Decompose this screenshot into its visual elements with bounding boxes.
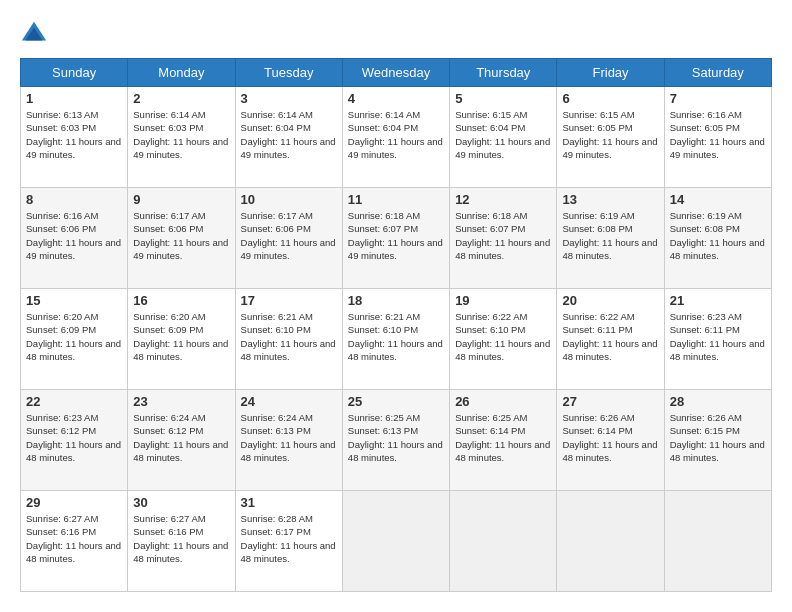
calendar-cell: 9 Sunrise: 6:17 AM Sunset: 6:06 PM Dayli… — [128, 188, 235, 289]
day-info: Sunrise: 6:22 AM Sunset: 6:10 PM Dayligh… — [455, 310, 551, 363]
page: SundayMondayTuesdayWednesdayThursdayFrid… — [0, 0, 792, 612]
day-number: 29 — [26, 495, 122, 510]
day-number: 1 — [26, 91, 122, 106]
day-number: 27 — [562, 394, 658, 409]
day-info: Sunrise: 6:13 AM Sunset: 6:03 PM Dayligh… — [26, 108, 122, 161]
day-info: Sunrise: 6:22 AM Sunset: 6:11 PM Dayligh… — [562, 310, 658, 363]
day-number: 16 — [133, 293, 229, 308]
day-info: Sunrise: 6:17 AM Sunset: 6:06 PM Dayligh… — [241, 209, 337, 262]
calendar-cell: 21 Sunrise: 6:23 AM Sunset: 6:11 PM Dayl… — [664, 289, 771, 390]
day-info: Sunrise: 6:16 AM Sunset: 6:06 PM Dayligh… — [26, 209, 122, 262]
calendar-cell: 31 Sunrise: 6:28 AM Sunset: 6:17 PM Dayl… — [235, 491, 342, 592]
day-info: Sunrise: 6:15 AM Sunset: 6:05 PM Dayligh… — [562, 108, 658, 161]
day-number: 31 — [241, 495, 337, 510]
day-number: 22 — [26, 394, 122, 409]
calendar-cell: 12 Sunrise: 6:18 AM Sunset: 6:07 PM Dayl… — [450, 188, 557, 289]
calendar-header-row: SundayMondayTuesdayWednesdayThursdayFrid… — [21, 59, 772, 87]
calendar-cell: 17 Sunrise: 6:21 AM Sunset: 6:10 PM Dayl… — [235, 289, 342, 390]
calendar-cell: 10 Sunrise: 6:17 AM Sunset: 6:06 PM Dayl… — [235, 188, 342, 289]
day-number: 8 — [26, 192, 122, 207]
day-number: 4 — [348, 91, 444, 106]
day-info: Sunrise: 6:14 AM Sunset: 6:03 PM Dayligh… — [133, 108, 229, 161]
calendar-cell: 15 Sunrise: 6:20 AM Sunset: 6:09 PM Dayl… — [21, 289, 128, 390]
day-info: Sunrise: 6:21 AM Sunset: 6:10 PM Dayligh… — [241, 310, 337, 363]
calendar-header-wednesday: Wednesday — [342, 59, 449, 87]
calendar-cell: 22 Sunrise: 6:23 AM Sunset: 6:12 PM Dayl… — [21, 390, 128, 491]
day-info: Sunrise: 6:19 AM Sunset: 6:08 PM Dayligh… — [562, 209, 658, 262]
calendar-cell — [664, 491, 771, 592]
day-number: 19 — [455, 293, 551, 308]
day-number: 2 — [133, 91, 229, 106]
calendar-cell: 2 Sunrise: 6:14 AM Sunset: 6:03 PM Dayli… — [128, 87, 235, 188]
day-number: 21 — [670, 293, 766, 308]
day-info: Sunrise: 6:16 AM Sunset: 6:05 PM Dayligh… — [670, 108, 766, 161]
calendar-cell — [450, 491, 557, 592]
day-number: 30 — [133, 495, 229, 510]
calendar-cell: 1 Sunrise: 6:13 AM Sunset: 6:03 PM Dayli… — [21, 87, 128, 188]
header — [20, 20, 772, 48]
calendar-cell: 4 Sunrise: 6:14 AM Sunset: 6:04 PM Dayli… — [342, 87, 449, 188]
day-info: Sunrise: 6:18 AM Sunset: 6:07 PM Dayligh… — [455, 209, 551, 262]
day-info: Sunrise: 6:15 AM Sunset: 6:04 PM Dayligh… — [455, 108, 551, 161]
day-info: Sunrise: 6:14 AM Sunset: 6:04 PM Dayligh… — [241, 108, 337, 161]
day-info: Sunrise: 6:19 AM Sunset: 6:08 PM Dayligh… — [670, 209, 766, 262]
day-number: 12 — [455, 192, 551, 207]
calendar-cell: 3 Sunrise: 6:14 AM Sunset: 6:04 PM Dayli… — [235, 87, 342, 188]
calendar-header-sunday: Sunday — [21, 59, 128, 87]
calendar-cell: 26 Sunrise: 6:25 AM Sunset: 6:14 PM Dayl… — [450, 390, 557, 491]
logo — [20, 20, 52, 48]
day-number: 15 — [26, 293, 122, 308]
calendar-cell — [342, 491, 449, 592]
day-number: 14 — [670, 192, 766, 207]
calendar-cell: 23 Sunrise: 6:24 AM Sunset: 6:12 PM Dayl… — [128, 390, 235, 491]
calendar-cell: 5 Sunrise: 6:15 AM Sunset: 6:04 PM Dayli… — [450, 87, 557, 188]
calendar-cell: 19 Sunrise: 6:22 AM Sunset: 6:10 PM Dayl… — [450, 289, 557, 390]
calendar-cell: 13 Sunrise: 6:19 AM Sunset: 6:08 PM Dayl… — [557, 188, 664, 289]
day-number: 26 — [455, 394, 551, 409]
day-info: Sunrise: 6:24 AM Sunset: 6:12 PM Dayligh… — [133, 411, 229, 464]
day-number: 5 — [455, 91, 551, 106]
calendar-header-monday: Monday — [128, 59, 235, 87]
calendar-cell: 28 Sunrise: 6:26 AM Sunset: 6:15 PM Dayl… — [664, 390, 771, 491]
calendar-cell: 14 Sunrise: 6:19 AM Sunset: 6:08 PM Dayl… — [664, 188, 771, 289]
day-number: 23 — [133, 394, 229, 409]
day-info: Sunrise: 6:23 AM Sunset: 6:11 PM Dayligh… — [670, 310, 766, 363]
day-number: 18 — [348, 293, 444, 308]
day-number: 28 — [670, 394, 766, 409]
day-info: Sunrise: 6:14 AM Sunset: 6:04 PM Dayligh… — [348, 108, 444, 161]
day-number: 3 — [241, 91, 337, 106]
day-number: 9 — [133, 192, 229, 207]
day-info: Sunrise: 6:21 AM Sunset: 6:10 PM Dayligh… — [348, 310, 444, 363]
day-number: 25 — [348, 394, 444, 409]
day-info: Sunrise: 6:20 AM Sunset: 6:09 PM Dayligh… — [133, 310, 229, 363]
day-info: Sunrise: 6:18 AM Sunset: 6:07 PM Dayligh… — [348, 209, 444, 262]
day-info: Sunrise: 6:27 AM Sunset: 6:16 PM Dayligh… — [133, 512, 229, 565]
calendar-cell: 16 Sunrise: 6:20 AM Sunset: 6:09 PM Dayl… — [128, 289, 235, 390]
calendar-cell: 7 Sunrise: 6:16 AM Sunset: 6:05 PM Dayli… — [664, 87, 771, 188]
day-info: Sunrise: 6:24 AM Sunset: 6:13 PM Dayligh… — [241, 411, 337, 464]
calendar-header-saturday: Saturday — [664, 59, 771, 87]
calendar-cell: 30 Sunrise: 6:27 AM Sunset: 6:16 PM Dayl… — [128, 491, 235, 592]
day-number: 13 — [562, 192, 658, 207]
day-number: 24 — [241, 394, 337, 409]
day-number: 10 — [241, 192, 337, 207]
calendar-cell: 6 Sunrise: 6:15 AM Sunset: 6:05 PM Dayli… — [557, 87, 664, 188]
calendar-week-3: 15 Sunrise: 6:20 AM Sunset: 6:09 PM Dayl… — [21, 289, 772, 390]
day-info: Sunrise: 6:28 AM Sunset: 6:17 PM Dayligh… — [241, 512, 337, 565]
calendar-week-4: 22 Sunrise: 6:23 AM Sunset: 6:12 PM Dayl… — [21, 390, 772, 491]
calendar-cell — [557, 491, 664, 592]
day-info: Sunrise: 6:17 AM Sunset: 6:06 PM Dayligh… — [133, 209, 229, 262]
calendar-cell: 11 Sunrise: 6:18 AM Sunset: 6:07 PM Dayl… — [342, 188, 449, 289]
calendar-week-5: 29 Sunrise: 6:27 AM Sunset: 6:16 PM Dayl… — [21, 491, 772, 592]
day-info: Sunrise: 6:23 AM Sunset: 6:12 PM Dayligh… — [26, 411, 122, 464]
calendar-cell: 20 Sunrise: 6:22 AM Sunset: 6:11 PM Dayl… — [557, 289, 664, 390]
day-info: Sunrise: 6:27 AM Sunset: 6:16 PM Dayligh… — [26, 512, 122, 565]
calendar-week-1: 1 Sunrise: 6:13 AM Sunset: 6:03 PM Dayli… — [21, 87, 772, 188]
logo-icon — [20, 20, 48, 48]
day-info: Sunrise: 6:26 AM Sunset: 6:15 PM Dayligh… — [670, 411, 766, 464]
day-info: Sunrise: 6:26 AM Sunset: 6:14 PM Dayligh… — [562, 411, 658, 464]
calendar-cell: 29 Sunrise: 6:27 AM Sunset: 6:16 PM Dayl… — [21, 491, 128, 592]
calendar-header-tuesday: Tuesday — [235, 59, 342, 87]
day-info: Sunrise: 6:25 AM Sunset: 6:13 PM Dayligh… — [348, 411, 444, 464]
day-number: 11 — [348, 192, 444, 207]
